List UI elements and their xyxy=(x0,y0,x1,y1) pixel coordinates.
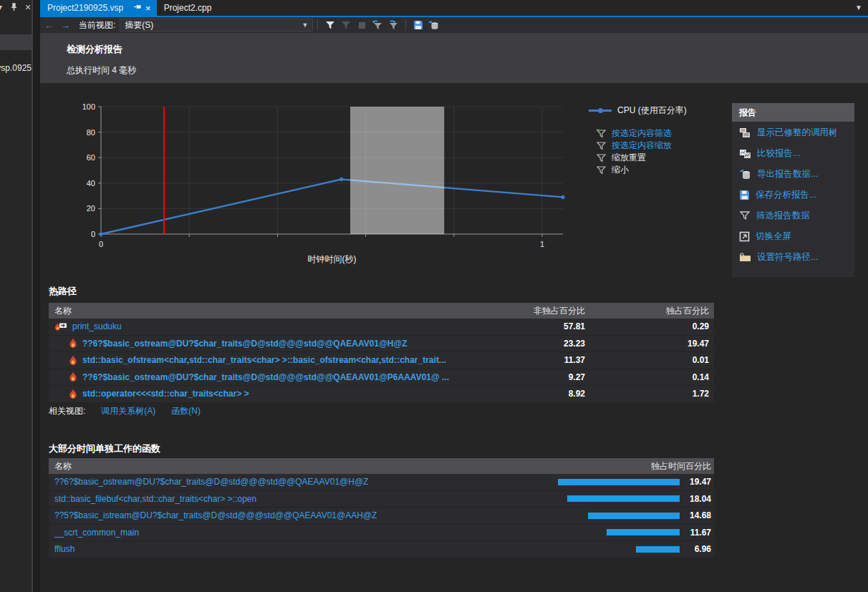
fullscreen-icon xyxy=(739,231,750,242)
hot-path-table: 名称 非独占百分比 独占百分比 print_suduku 57.81 0.29 xyxy=(49,303,714,403)
export-report-data[interactable]: 导出报告数据... xyxy=(732,164,854,184)
functions-view-link[interactable]: 函数(N) xyxy=(171,405,201,417)
table-row[interactable]: std::operator<<<std::char_traits<char> >… xyxy=(49,386,714,403)
symbol-path-folder-icon xyxy=(739,252,751,262)
close-icon[interactable]: × xyxy=(145,3,151,14)
function-link[interactable]: ??6?$basic_ostream@DU?$char_traits@D@std… xyxy=(82,372,449,382)
filter-icon[interactable] xyxy=(324,19,337,31)
column-name[interactable]: 名称 xyxy=(49,460,433,472)
column-inclusive-percent[interactable]: 非独占百分比 xyxy=(485,305,585,317)
funnel-icon xyxy=(596,141,607,151)
column-name[interactable]: 名称 xyxy=(49,305,485,317)
percent-bar xyxy=(636,546,680,553)
related-views: 相关视图: 调用关系树(A) 函数(N) xyxy=(49,405,201,417)
exclusive-table-header[interactable]: 名称 独占时间百分比 xyxy=(49,458,714,474)
table-row[interactable]: ??6?$basic_ostream@DU?$char_traits@D@std… xyxy=(49,369,714,387)
current-view-select[interactable]: 摘要(S) ▼ xyxy=(120,19,313,31)
table-row[interactable]: ??5?$basic_istream@DU?$char_traits@D@std… xyxy=(49,508,714,525)
filter-report-data[interactable]: 筛选报告数据 xyxy=(732,205,854,225)
exclusive-percent: 1.72 xyxy=(585,389,714,399)
document-area: Project2190925.vsp × Project2.cpp ▼ ← → … xyxy=(40,0,868,592)
toggle-fullscreen[interactable]: 切换全屏 xyxy=(732,226,854,246)
function-link[interactable]: ??6?$basic_ostream@DU?$char_traits@D@std… xyxy=(54,477,368,487)
filter-selection-icon xyxy=(596,129,607,139)
panel-collapsed-block[interactable] xyxy=(0,34,32,50)
inclusive-percent: 11.37 xyxy=(485,355,585,365)
call-tree-icon xyxy=(739,127,751,138)
inclusive-percent: 23.23 xyxy=(485,339,585,349)
call-tree-view-link[interactable]: 调用关系树(A) xyxy=(101,405,155,417)
link-label[interactable]: 显示已修整的调用树 xyxy=(757,127,838,139)
flame-icon xyxy=(69,389,77,399)
table-row[interactable]: ??6?$basic_ostream@DU?$char_traits@D@std… xyxy=(49,336,714,353)
svg-text:时钟时间(秒): 时钟时间(秒) xyxy=(307,254,356,264)
link-label[interactable]: 导出报告数据... xyxy=(757,168,818,180)
filter-by-selection[interactable]: 按选定内容筛选 xyxy=(596,127,672,140)
pin-icon[interactable] xyxy=(133,4,141,12)
exclusive-percent: 0.14 xyxy=(585,372,714,382)
chevron-down-icon: ▼ xyxy=(302,21,308,29)
table-row[interactable]: ??6?$basic_ostream@DU?$char_traits@D@std… xyxy=(49,474,714,491)
function-link[interactable]: fflush xyxy=(54,544,74,554)
column-exclusive-percent[interactable]: 独占百分比 xyxy=(585,305,714,317)
compare-reports[interactable]: 比较报告... xyxy=(732,143,854,163)
show-trimmed-call-tree[interactable]: 显示已修整的调用树 xyxy=(732,122,854,142)
table-row[interactable]: std::basic_ofstream<char,std::char_trait… xyxy=(49,352,714,369)
docked-side-panel: ▾ × 0925.vsp xyxy=(0,0,33,592)
pin-icon[interactable] xyxy=(10,2,18,12)
compare-reports-icon xyxy=(739,148,751,159)
column-exclusive-time-percent[interactable]: 独占时间百分比 xyxy=(556,460,714,472)
table-row[interactable]: print_suduku 57.81 0.29 xyxy=(49,319,714,336)
link-label[interactable]: 设置符号路径... xyxy=(757,251,818,263)
hot-path-table-header[interactable]: 名称 非独占百分比 独占百分比 xyxy=(49,303,714,319)
set-symbol-path[interactable]: 设置符号路径... xyxy=(732,247,854,267)
cpu-usage-chart[interactable]: 02040608010001时钟时间(秒) xyxy=(72,100,573,272)
function-link[interactable]: ??5?$basic_istream@DU?$char_traits@D@std… xyxy=(54,510,377,520)
function-link[interactable]: print_suduku xyxy=(72,321,122,331)
export-filter-icon[interactable] xyxy=(387,19,400,31)
tab-project-vsp[interactable]: Project2190925.vsp × xyxy=(40,0,157,16)
tab-label: Project2.cpp xyxy=(164,3,212,13)
link-label[interactable]: 比较报告... xyxy=(757,147,800,160)
forward-button[interactable]: → xyxy=(61,20,70,31)
function-link[interactable]: __scrt_common_main xyxy=(54,528,139,538)
action-label[interactable]: 按选定内容筛选 xyxy=(612,127,672,140)
exclusive-functions-title: 大部分时间单独工作的函数 xyxy=(49,442,160,455)
action-label[interactable]: 按选定内容缩放 xyxy=(612,140,672,152)
flame-icon xyxy=(69,338,77,349)
zoom-out: 缩小 xyxy=(596,164,672,176)
inclusive-percent: 57.81 xyxy=(485,321,585,331)
table-row[interactable]: __scrt_common_main 11.67 xyxy=(49,525,714,542)
close-icon[interactable]: × xyxy=(24,2,32,12)
save-analysis-report[interactable]: 保存分析报告... xyxy=(732,185,854,205)
function-link[interactable]: std::basic_ofstream<char,std::char_trait… xyxy=(82,355,446,365)
link-label[interactable]: 保存分析报告... xyxy=(756,189,816,201)
clipped-file-label[interactable]: 0925.vsp xyxy=(0,63,32,73)
zoom-by-selection[interactable]: 按选定内容缩放 xyxy=(596,140,672,152)
function-link[interactable]: std::basic_filebuf<char,std::char_traits… xyxy=(54,494,256,504)
tab-project-cpp[interactable]: Project2.cpp xyxy=(157,0,218,16)
export-report-icon[interactable] xyxy=(428,19,440,31)
svg-text:0: 0 xyxy=(99,240,103,248)
tab-list-dropdown-icon[interactable]: ▼ xyxy=(855,4,862,11)
funnel-icon xyxy=(596,153,607,163)
svg-text:80: 80 xyxy=(87,128,95,137)
svg-text:100: 100 xyxy=(82,102,95,111)
back-button[interactable]: ← xyxy=(44,20,54,31)
table-row[interactable]: fflush 6.96 xyxy=(49,541,714,558)
exclusive-percent: 0.29 xyxy=(585,321,714,331)
inclusive-percent: 9.27 xyxy=(485,372,585,382)
report-links-panel: 报告 显示已修整的调用树 比较报告... 导出报告数据... xyxy=(732,103,854,277)
function-link[interactable]: ??6?$basic_ostream@DU?$char_traits@D@std… xyxy=(82,339,408,349)
export-data-icon xyxy=(739,168,751,180)
function-link[interactable]: std::operator<<<std::char_traits<char> > xyxy=(82,389,249,399)
exclusive-time-percent: 18.04 xyxy=(680,494,714,504)
total-elapsed-time: 总执行时间 4 毫秒 xyxy=(40,56,868,77)
save-icon[interactable] xyxy=(412,19,425,31)
table-row[interactable]: std::basic_filebuf<char,std::char_traits… xyxy=(49,491,714,508)
import-filter-icon[interactable] xyxy=(371,19,384,31)
flame-icon xyxy=(69,355,77,366)
link-label[interactable]: 筛选报告数据 xyxy=(756,210,810,222)
chevron-down-icon[interactable]: ▾ xyxy=(0,2,4,12)
link-label[interactable]: 切换全屏 xyxy=(756,231,791,243)
